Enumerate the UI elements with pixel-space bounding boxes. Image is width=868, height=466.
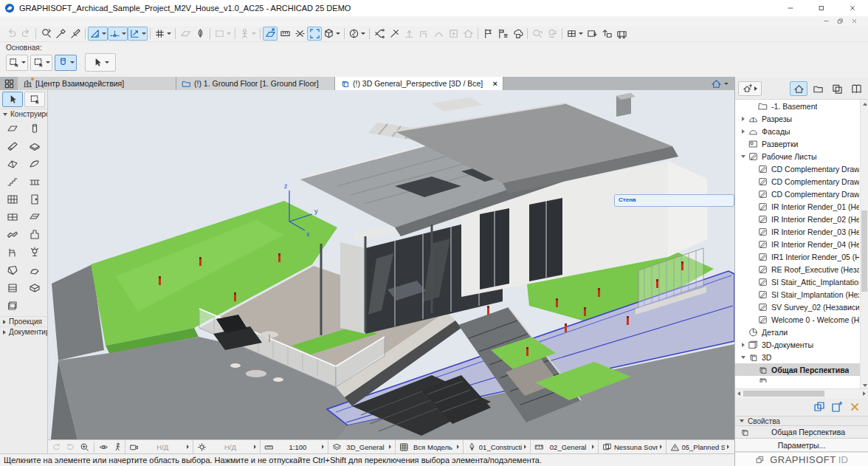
expand-arrow[interactable] bbox=[738, 338, 748, 351]
tree-item[interactable]: SI Stair_Attic_Implantation (Независимый… bbox=[735, 275, 868, 288]
toolbar-button[interactable] bbox=[4, 27, 18, 41]
quick-option-dropdown[interactable]: Н/Д bbox=[193, 440, 261, 454]
toolbar-button[interactable] bbox=[402, 27, 416, 41]
toolbar-button[interactable] bbox=[238, 27, 258, 41]
palette-button[interactable] bbox=[6, 55, 28, 71]
minimize-button[interactable] bbox=[775, 0, 806, 16]
toolbar-button[interactable] bbox=[495, 27, 510, 41]
toolbar-button[interactable] bbox=[307, 27, 322, 41]
toolbar-button[interactable] bbox=[18, 27, 33, 41]
scrollbar-thumb[interactable] bbox=[861, 210, 867, 292]
expand-arrow[interactable] bbox=[738, 150, 748, 162]
toolbox-tool[interactable] bbox=[24, 158, 46, 170]
graphisoft-id-bar[interactable]: GRAPHISOFT ID bbox=[735, 452, 868, 466]
toolbox-tool[interactable] bbox=[1, 247, 24, 258]
tree-item[interactable]: IR Interior Render_02 (Независимый) bbox=[735, 213, 868, 225]
toolbox-tool[interactable] bbox=[24, 264, 46, 276]
tree-item[interactable]: IR Interior Render_03 (Независимый) bbox=[735, 225, 868, 238]
toolbar-button[interactable] bbox=[530, 27, 545, 41]
navigator-mode-button[interactable] bbox=[790, 81, 807, 96]
toolbar-button[interactable] bbox=[53, 27, 68, 41]
navigator-action-button[interactable] bbox=[813, 401, 825, 413]
close-button[interactable] bbox=[837, 0, 868, 16]
toolbox-tool[interactable] bbox=[24, 247, 46, 258]
toolbar-button[interactable] bbox=[38, 27, 53, 41]
view-nav-button[interactable] bbox=[97, 441, 111, 453]
toolbar-button[interactable] bbox=[108, 27, 128, 41]
document-tab[interactable]: (!) 1. Ground Floor [1. Ground Floor] × bbox=[176, 77, 335, 90]
tree-item[interactable]: IR Interior Render_04 (Независимый) bbox=[735, 238, 868, 250]
quick-option-dropdown[interactable]: Nessuna Sovr... bbox=[598, 440, 666, 454]
expand-arrow[interactable] bbox=[738, 112, 748, 125]
toolbar-button[interactable] bbox=[387, 27, 402, 41]
tree-item[interactable]: 3D bbox=[735, 351, 868, 363]
toolbox-tool[interactable] bbox=[1, 193, 24, 205]
view-nav-button[interactable] bbox=[78, 441, 92, 453]
toolbar-button[interactable] bbox=[585, 27, 599, 41]
toolbar-button[interactable] bbox=[68, 27, 83, 41]
doc-minimize-icon[interactable] bbox=[823, 18, 830, 24]
scroll-right-icon[interactable] bbox=[863, 391, 866, 396]
tree-item[interactable]: RE Roof_Executive (Независимый) bbox=[735, 263, 868, 275]
toolbox-tool[interactable] bbox=[1, 140, 24, 152]
toolbar-button[interactable] bbox=[292, 27, 307, 41]
tree-item[interactable] bbox=[735, 376, 868, 383]
scrollbar-thumb[interactable] bbox=[743, 391, 824, 397]
quick-option-dropdown[interactable]: 3D_General bbox=[328, 440, 396, 454]
expand-arrow[interactable] bbox=[738, 137, 748, 150]
toolbox-section-design[interactable]: Конструирование bbox=[0, 109, 47, 119]
quick-option-dropdown[interactable]: Вся Модель bbox=[395, 440, 463, 454]
tree-item[interactable]: Фасады bbox=[735, 125, 868, 137]
parameters-button[interactable]: Параметры... bbox=[735, 438, 868, 452]
view-nav-button[interactable] bbox=[49, 441, 63, 453]
toolbar-button[interactable] bbox=[545, 27, 559, 41]
document-tab[interactable]: (!) 3D General_Perspective [3D / Все] × bbox=[335, 77, 503, 90]
quad-view-button[interactable] bbox=[0, 77, 18, 90]
toolbar-button[interactable] bbox=[599, 27, 614, 41]
document-tab[interactable]: [Центр Взаимодействия] × bbox=[18, 77, 176, 90]
expand-arrow[interactable] bbox=[738, 326, 748, 338]
scroll-up-icon[interactable] bbox=[861, 100, 868, 108]
toolbar-button[interactable] bbox=[153, 27, 173, 41]
palette-button[interactable] bbox=[55, 55, 77, 71]
navigator-action-button[interactable] bbox=[849, 401, 861, 413]
toolbar-button[interactable] bbox=[446, 27, 461, 41]
toolbar-button[interactable] bbox=[193, 27, 207, 41]
toolbox-tool[interactable] bbox=[1, 211, 24, 223]
tree-item[interactable]: SV Survey_02 (Независимый) bbox=[735, 301, 868, 313]
tree-item[interactable]: CD Complementary Drawing_Stair bbox=[735, 162, 868, 175]
toolbar-button[interactable] bbox=[614, 27, 629, 41]
toolbar-button[interactable] bbox=[431, 27, 446, 41]
toolbox-tool[interactable] bbox=[1, 282, 24, 294]
toolbar-button[interactable] bbox=[416, 27, 431, 41]
toolbar-button[interactable] bbox=[510, 27, 525, 41]
toolbar-button[interactable] bbox=[178, 27, 193, 41]
tab-overflow-button[interactable] bbox=[705, 77, 734, 90]
toolbar-button[interactable] bbox=[347, 27, 367, 41]
tree-horizontal-scrollbar[interactable] bbox=[735, 388, 868, 398]
tree-item[interactable]: Общая Перспектива bbox=[735, 363, 868, 376]
tree-item[interactable]: IR1 Interior Render_05 (Независимый) bbox=[735, 250, 868, 263]
navigator-mode-button[interactable] bbox=[809, 81, 827, 96]
maximize-button[interactable] bbox=[806, 0, 837, 16]
project-chooser-button[interactable] bbox=[738, 81, 762, 96]
toolbox-tool[interactable] bbox=[24, 193, 46, 205]
view-nav-button[interactable] bbox=[63, 441, 78, 453]
view-nav-button[interactable] bbox=[111, 441, 125, 453]
3d-viewport[interactable]: z y x Стена bbox=[48, 90, 734, 439]
toolbar-button[interactable] bbox=[128, 27, 148, 41]
palette-button[interactable] bbox=[30, 55, 52, 71]
doc-restore-icon[interactable] bbox=[837, 18, 844, 24]
toolbar-button[interactable] bbox=[372, 27, 387, 41]
quick-option-dropdown[interactable]: 1:100 bbox=[260, 440, 328, 454]
toolbar-button[interactable] bbox=[88, 27, 108, 41]
tree-item[interactable]: -1. Basement bbox=[735, 100, 868, 112]
toolbox-tool[interactable] bbox=[24, 140, 46, 152]
select-tool-button[interactable] bbox=[2, 92, 23, 107]
tree-item[interactable]: SI Stair_Implantation (Независимый) bbox=[735, 288, 868, 301]
toolbar-button[interactable] bbox=[480, 27, 495, 41]
toolbox-tool[interactable] bbox=[1, 229, 24, 241]
navigator-mode-button[interactable] bbox=[847, 81, 865, 96]
toolbox-tool[interactable] bbox=[1, 123, 24, 134]
toolbox-section-view[interactable]: Проекция bbox=[0, 316, 47, 326]
